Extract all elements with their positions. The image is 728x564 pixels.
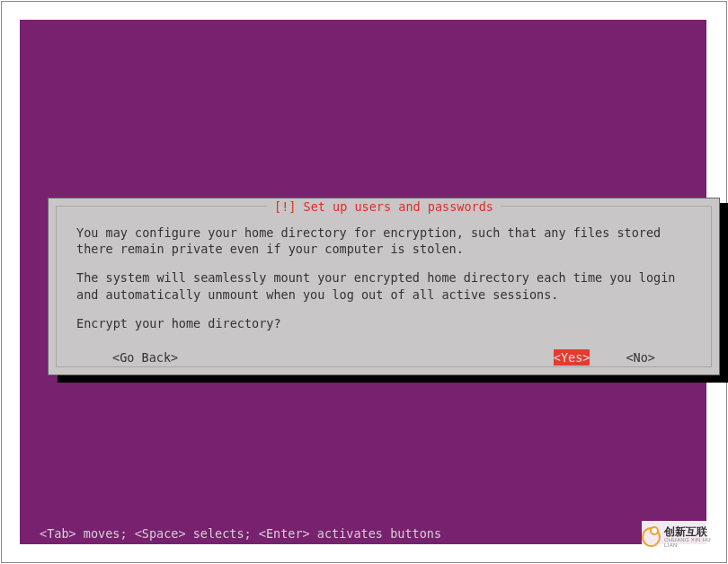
yes-button[interactable]: <Yes> xyxy=(554,349,590,366)
dialog-paragraph-1: You may configure your home directory fo… xyxy=(76,225,691,257)
dialog-paragraph-2: The system will seamlessly mount your en… xyxy=(76,269,691,302)
dialog-inner-border: [!] Set up users and passwords You may c… xyxy=(56,206,712,367)
dialog-box: [!] Set up users and passwords You may c… xyxy=(48,198,720,375)
dialog-title: [!] Set up users and passwords xyxy=(267,199,501,214)
watermark-icon xyxy=(642,527,661,547)
installer-background: [!] Set up users and passwords You may c… xyxy=(20,20,706,544)
no-button[interactable]: <No> xyxy=(626,349,655,366)
watermark-en: CHUANG XIN HU LIAN xyxy=(664,537,723,548)
footer-hint: <Tab> moves; <Space> selects; <Enter> ac… xyxy=(40,526,441,541)
watermark-cn: 创新互联 xyxy=(664,526,723,537)
watermark-logo: 创新互联 CHUANG XIN HU LIAN xyxy=(642,521,723,553)
button-row: <Go Back> <Yes> <No> xyxy=(76,349,691,366)
dialog-question: Encrypt your home directory? xyxy=(76,315,691,331)
go-back-button[interactable]: <Go Back> xyxy=(112,349,178,366)
dialog-content: You may configure your home directory fo… xyxy=(57,207,711,366)
watermark-text: 创新互联 CHUANG XIN HU LIAN xyxy=(664,526,723,548)
